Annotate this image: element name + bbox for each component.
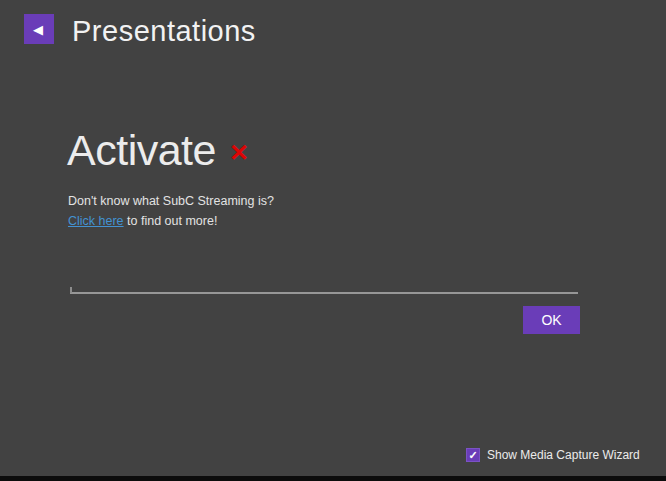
not-activated-x-icon: ✕ bbox=[229, 141, 249, 165]
info-text-line2: Click here to find out more! bbox=[68, 214, 217, 228]
window-bottom-edge bbox=[0, 476, 666, 481]
text-caret bbox=[70, 287, 72, 293]
click-here-link[interactable]: Click here bbox=[68, 214, 124, 228]
show-media-capture-wizard-option[interactable]: ✓ Show Media Capture Wizard bbox=[466, 448, 640, 462]
media-capture-wizard-checkbox[interactable]: ✓ bbox=[466, 448, 480, 462]
checkmark-icon: ✓ bbox=[468, 450, 477, 461]
info-line2-rest: to find out more! bbox=[124, 214, 218, 228]
back-arrow-icon: ◀ bbox=[33, 23, 43, 36]
activation-code-input[interactable] bbox=[70, 270, 578, 294]
info-text-line1: Don't know what SubC Streaming is? bbox=[68, 194, 274, 208]
activate-heading-row: Activate ✕ bbox=[67, 126, 249, 175]
page-title: Presentations bbox=[72, 15, 256, 48]
media-capture-wizard-label: Show Media Capture Wizard bbox=[487, 448, 640, 462]
ok-button[interactable]: OK bbox=[523, 306, 580, 334]
back-button[interactable]: ◀ bbox=[24, 14, 54, 44]
presentations-window: ◀ Presentations Activate ✕ Don't know wh… bbox=[0, 0, 666, 481]
activate-title: Activate bbox=[67, 126, 216, 175]
